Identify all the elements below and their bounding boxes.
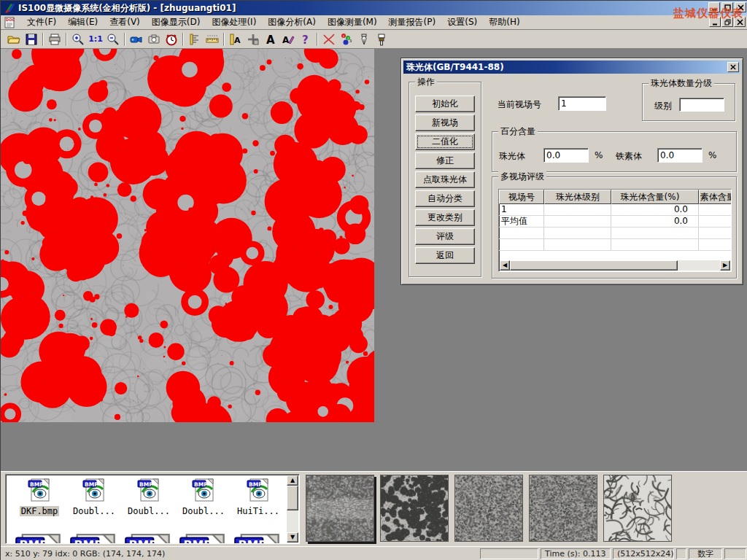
svg-text:3: 3: [349, 39, 352, 43]
metallograph-image[interactable]: [1, 49, 374, 422]
auto-classify-button[interactable]: 自动分类: [415, 190, 475, 207]
file-name[interactable]: HuiTi...: [236, 506, 281, 516]
file-item[interactable]: BMP: [177, 532, 230, 544]
file-item[interactable]: BMP Doubl...: [68, 478, 120, 516]
scroll-right-icon[interactable]: ▶: [720, 260, 730, 271]
pearlite-input[interactable]: [543, 148, 589, 163]
change-class-button[interactable]: 更改类别: [415, 209, 475, 226]
menu-edit[interactable]: 编辑(E): [62, 15, 104, 30]
save-icon[interactable]: [23, 31, 40, 47]
file-item[interactable]: BMP HuiTi...: [232, 478, 285, 516]
table-row[interactable]: 平均值 0.0: [499, 216, 731, 228]
timer-clock-icon[interactable]: [163, 31, 180, 47]
menu-image-display[interactable]: 图像显示(D): [146, 15, 206, 30]
text-tool-icon[interactable]: A: [262, 31, 279, 47]
menu-report[interactable]: 测量报告(P): [383, 15, 442, 30]
percent-group-label: 百分含量: [498, 126, 538, 136]
file-item[interactable]: BMP: [232, 532, 285, 544]
pick-pearlite-button[interactable]: 点取珠光体: [415, 171, 475, 188]
file-name[interactable]: Doubl...: [126, 506, 171, 516]
status-empty: [480, 548, 538, 559]
bottom-panel: BMP DKF.bmp BMP Doubl... BMP Doubl... BM…: [1, 471, 747, 546]
file-item[interactable]: BMP DKF.bmp: [13, 478, 66, 516]
thumbnail-3[interactable]: [454, 475, 523, 542]
scroll-left-icon[interactable]: ◀: [500, 260, 510, 271]
grade-input[interactable]: [679, 98, 724, 112]
thumbnail-4[interactable]: [529, 475, 597, 542]
thumbnail-2[interactable]: [380, 475, 449, 542]
child-restore-button[interactable]: [721, 17, 733, 27]
file-name[interactable]: Doubl...: [71, 506, 117, 516]
thumbnail-5[interactable]: [603, 475, 672, 542]
maximize-button[interactable]: [721, 2, 733, 12]
cell: [499, 228, 544, 238]
file-item[interactable]: BMP Doubl...: [177, 478, 230, 516]
table-row[interactable]: [499, 239, 731, 251]
scroll-thumb[interactable]: [510, 260, 678, 271]
rating-table[interactable]: 视场号 珠光体级别 珠光体含量(%) 铁素体含量(%) 1 0.0 平均值: [498, 189, 732, 272]
current-field-input[interactable]: [558, 96, 606, 111]
video-camera-icon[interactable]: [128, 31, 145, 47]
svg-text:BMP: BMP: [139, 481, 153, 488]
return-button[interactable]: 返回: [415, 247, 475, 264]
ferrite-input[interactable]: [657, 148, 703, 163]
init-button[interactable]: 初始化: [415, 96, 475, 112]
brush-tool-icon[interactable]: [373, 31, 390, 47]
correct-button[interactable]: 修正: [415, 152, 475, 169]
open-folder-icon[interactable]: [5, 31, 23, 47]
menu-image-measure[interactable]: 图像测量(M): [322, 15, 383, 30]
grade-button[interactable]: 评级: [415, 228, 475, 245]
classify-dots-icon[interactable]: 123: [338, 31, 355, 47]
file-name[interactable]: Doubl...: [181, 506, 226, 516]
ruler-icon[interactable]: [204, 31, 221, 47]
new-field-button[interactable]: 新视场: [415, 114, 475, 131]
bmp-file-icon: BMP: [68, 532, 120, 544]
cell: [611, 228, 699, 238]
actual-size-icon[interactable]: 1:1: [87, 31, 104, 47]
menu-image-analysis[interactable]: 图像分析(A): [262, 15, 322, 30]
minimize-button[interactable]: [708, 2, 720, 12]
file-name[interactable]: DKF.bmp: [20, 506, 60, 516]
file-item[interactable]: BMP: [13, 532, 66, 544]
scroll-thumb[interactable]: [287, 486, 298, 510]
table-row[interactable]: [499, 228, 731, 239]
dialog-close-button[interactable]: [727, 62, 739, 72]
menu-settings[interactable]: 设置(S): [441, 15, 483, 30]
child-close-button[interactable]: [734, 17, 746, 27]
capture-icon[interactable]: [145, 31, 163, 47]
grade-group: 珠光体数量分级 级别: [642, 83, 735, 121]
grid-tool-icon[interactable]: [244, 31, 262, 47]
table-row[interactable]: 1 0.0: [499, 204, 731, 216]
print-icon[interactable]: [46, 31, 63, 47]
help-icon[interactable]: ?: [297, 31, 314, 47]
file-item[interactable]: BMP: [68, 532, 120, 544]
menu-image-process[interactable]: 图像处理(I): [206, 15, 262, 30]
zoom-in-icon[interactable]: [69, 31, 87, 47]
child-minimize-button[interactable]: [709, 17, 721, 27]
scroll-up-icon[interactable]: ▲: [287, 475, 298, 486]
edit-text-icon[interactable]: A: [279, 31, 297, 47]
file-item[interactable]: BMP Doubl...: [123, 478, 175, 516]
measure-text-icon[interactable]: A: [227, 31, 244, 47]
app-icon: [4, 2, 16, 14]
curve-tool-icon[interactable]: [320, 31, 338, 47]
col-ferrite-content: 铁素体含量(%): [699, 190, 732, 204]
pen-tool-icon[interactable]: [355, 31, 373, 47]
dialog-title-bar[interactable]: 珠光体(GB/T9441-88): [403, 61, 740, 74]
toolbar-separator: [182, 33, 184, 46]
table-hscrollbar[interactable]: ◀ ▶: [500, 260, 730, 271]
thumbnail-1[interactable]: [306, 475, 374, 542]
multi-field-group: 多视场评级 视场号 珠光体级别 珠光体含量(%) 铁素体含量(%) 1 0.0: [492, 176, 737, 279]
menu-file[interactable]: 文件(F): [21, 15, 62, 30]
scroll-down-icon[interactable]: ▼: [287, 532, 298, 542]
zoom-out-icon[interactable]: [104, 31, 122, 47]
toolbar-separator: [66, 33, 67, 46]
binarize-button[interactable]: 二值化: [415, 133, 475, 150]
menu-help[interactable]: 帮助(H): [483, 15, 525, 30]
file-browser[interactable]: BMP DKF.bmp BMP Doubl... BMP Doubl... BM…: [5, 474, 300, 544]
caliper-icon[interactable]: [186, 31, 204, 47]
menu-view[interactable]: 查看(V): [104, 15, 146, 30]
file-item[interactable]: BMP: [123, 532, 175, 544]
file-vscrollbar[interactable]: ▲ ▼: [287, 475, 298, 542]
close-button[interactable]: [735, 2, 746, 12]
